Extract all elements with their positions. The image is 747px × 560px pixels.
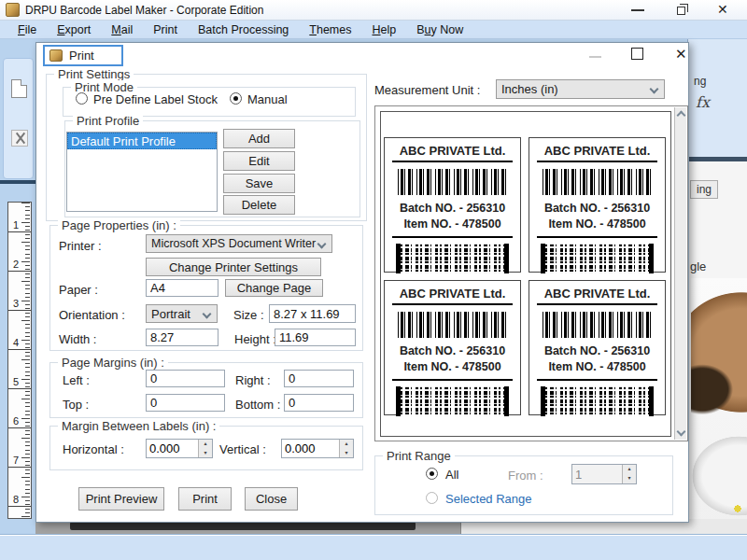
vertical-stepper[interactable]: ▴▾ <box>281 439 354 458</box>
ruler-number: 1 <box>11 219 21 231</box>
radio-pre-define-label-stock[interactable] <box>76 92 88 105</box>
minimize-icon[interactable] <box>631 9 644 11</box>
margin-right-input[interactable] <box>284 370 354 387</box>
horizontal-scrollbar[interactable] <box>70 522 416 530</box>
menu-buy-now[interactable]: Buy Now <box>406 23 473 36</box>
menu-file[interactable]: File <box>7 23 47 36</box>
ruler-number: 5 <box>11 376 21 387</box>
item-number: Item NO. - 478500 <box>529 360 665 373</box>
scroll-up-icon[interactable] <box>677 111 686 120</box>
chevron-down-icon <box>650 85 659 94</box>
margin-bottom-wrap <box>284 394 354 412</box>
preview-scrollbar[interactable] <box>674 107 686 440</box>
vertical-input[interactable] <box>282 440 339 457</box>
from-input[interactable] <box>572 465 622 483</box>
label-preview-panel: ABC PRIVATE Ltd. Batch NO. - 256310 Item… <box>374 105 688 441</box>
radio-selected-range[interactable] <box>426 492 438 504</box>
page-properties-legend: Page Properties (in) : <box>58 218 180 232</box>
print-settings-legend: Print Settings <box>54 67 134 81</box>
scroll-down-icon[interactable] <box>677 427 686 437</box>
dialog-minimize-icon[interactable] <box>589 56 601 58</box>
label-preview-card: ABC PRIVATE Ltd. Batch NO. - 256310 Item… <box>529 280 666 415</box>
radio-manual[interactable] <box>230 92 242 105</box>
arrow-up-icon[interactable]: ▴ <box>199 440 212 449</box>
ruler-major-ticks <box>8 203 31 518</box>
margin-bottom-input[interactable] <box>284 394 354 412</box>
close-button[interactable]: Close <box>245 487 298 511</box>
item-number: Item NO. - 478500 <box>385 217 520 231</box>
function-fx-icon: fx <box>696 93 710 111</box>
margin-top-input[interactable] <box>146 394 225 412</box>
margin-right-label: Right : <box>235 373 271 387</box>
new-page-icon[interactable] <box>11 79 27 98</box>
paper-field-wrap <box>146 279 218 297</box>
add-button[interactable]: Add <box>223 129 295 148</box>
from-stepper[interactable]: ▴▾ <box>571 464 637 484</box>
margin-right-wrap <box>284 370 354 387</box>
manual-label: Manual <box>247 92 288 106</box>
width-field-wrap <box>146 329 218 346</box>
menu-bar: FileExportMailPrintBatch ProcessingTheme… <box>0 21 747 39</box>
radio-all[interactable] <box>426 468 438 480</box>
edit-button[interactable]: Edit <box>223 151 295 171</box>
print-profile-listbox[interactable]: Default Print Profile <box>66 132 218 212</box>
dialog-close-icon[interactable]: ✕ <box>675 46 687 63</box>
arrow-down-icon[interactable]: ▾ <box>340 449 353 458</box>
ruler-number: 8 <box>11 494 21 505</box>
company-name: ABC PRIVATE Ltd. <box>392 144 513 162</box>
width-input[interactable] <box>146 329 218 346</box>
arrow-up-icon[interactable]: ▴ <box>623 465 636 474</box>
arrow-down-icon[interactable]: ▾ <box>199 449 212 458</box>
stepper-arrows[interactable]: ▴▾ <box>339 440 353 457</box>
label-preview-card: ABC PRIVATE Ltd. Batch NO. - 256310 Item… <box>384 280 521 415</box>
arrow-up-icon[interactable]: ▴ <box>340 440 353 449</box>
menu-help[interactable]: Help <box>361 23 406 36</box>
paper-input[interactable] <box>146 279 218 297</box>
ruler-number: 3 <box>11 298 21 309</box>
height-input[interactable] <box>275 329 356 346</box>
orientation-dropdown[interactable]: Portrait <box>146 304 218 323</box>
save-button[interactable]: Save <box>223 174 295 193</box>
margin-left-input[interactable] <box>146 370 225 387</box>
scissors-cut-icon[interactable] <box>11 130 28 147</box>
restore-icon[interactable] <box>677 7 685 15</box>
selected-range-label: Selected Range <box>445 492 532 506</box>
orientation-value: Portrait <box>151 307 190 321</box>
list-item-selected[interactable]: Default Print Profile <box>67 133 217 149</box>
menu-mail[interactable]: Mail <box>101 23 143 36</box>
printer-dropdown[interactable]: Microsoft XPS Document Writer <box>146 234 332 253</box>
stepper-arrows[interactable]: ▴▾ <box>622 465 636 483</box>
print-button[interactable]: Print <box>178 487 232 511</box>
barcode-2d-icon <box>541 386 654 416</box>
divider <box>537 236 657 238</box>
print-preview-button[interactable]: Print Preview <box>78 487 164 511</box>
barcode-1d-icon <box>543 312 652 338</box>
printer-label: Printer : <box>59 239 102 253</box>
horizontal-input[interactable] <box>147 440 198 457</box>
menu-print[interactable]: Print <box>143 23 188 36</box>
stepper-arrows[interactable]: ▴▾ <box>198 440 212 457</box>
barcode-1d-icon <box>398 169 507 195</box>
close-icon[interactable]: ✕ <box>717 2 728 17</box>
change-page-button[interactable]: Change Page <box>225 279 323 297</box>
margin-left-label: Left : <box>63 373 90 387</box>
partial-text: gle <box>690 259 706 273</box>
print-dialog: Print ✕ Print Settings Print Mode Pre De… <box>35 42 689 523</box>
delete-button[interactable]: Delete <box>223 195 295 215</box>
orientation-label: Orientation : <box>59 308 125 322</box>
partial-tab[interactable]: ing <box>690 180 718 199</box>
measurement-unit-dropdown[interactable]: Inches (in) <box>496 79 665 99</box>
barcode-2d-icon <box>396 386 509 416</box>
size-input[interactable] <box>269 304 356 323</box>
company-name: ABC PRIVATE Ltd. <box>392 287 513 305</box>
menu-batch-processing[interactable]: Batch Processing <box>188 23 299 36</box>
menu-themes[interactable]: Themes <box>299 23 361 36</box>
menu-export[interactable]: Export <box>47 23 101 36</box>
height-field-wrap <box>275 329 356 346</box>
change-printer-settings-button[interactable]: Change Printer Settings <box>146 258 321 276</box>
dialog-maximize-icon[interactable] <box>631 48 643 60</box>
arrow-down-icon[interactable]: ▾ <box>623 474 636 483</box>
horizontal-stepper[interactable]: ▴▾ <box>146 439 213 458</box>
label-preview-card: ABC PRIVATE Ltd. Batch NO. - 256310 Item… <box>384 137 521 273</box>
dialog-title-tab[interactable]: Print <box>43 45 123 66</box>
